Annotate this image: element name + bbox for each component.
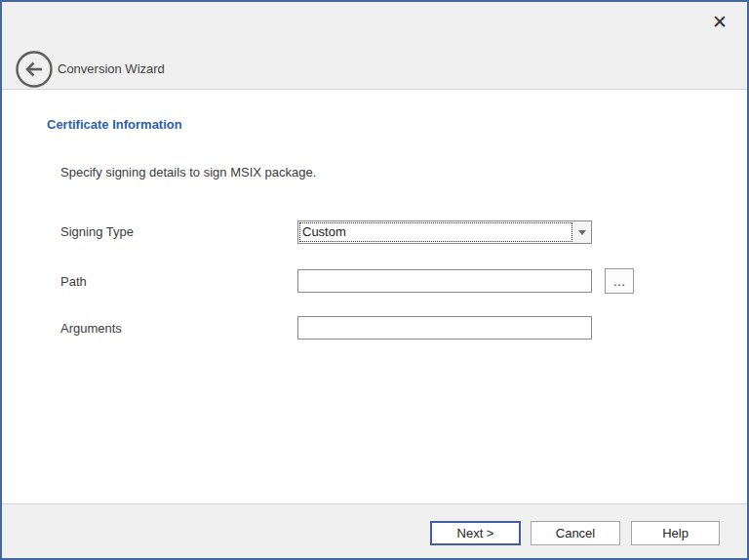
page-description: Specify signing details to sign MSIX pac… (60, 165, 316, 180)
signing-type-value: Custom (298, 221, 573, 243)
wizard-title: Conversion Wizard (58, 61, 165, 76)
next-button[interactable]: Next > (430, 521, 521, 545)
signing-type-combobox[interactable]: Custom (297, 220, 592, 244)
back-button[interactable] (15, 50, 54, 89)
wizard-header: ✕ Conversion Wizard (2, 2, 747, 90)
page-title: Certificate Information (47, 117, 182, 132)
browse-button[interactable]: … (605, 268, 634, 294)
chevron-down-icon (578, 230, 586, 235)
close-icon[interactable]: ✕ (706, 8, 733, 35)
signing-type-label: Signing Type (60, 220, 134, 244)
path-input[interactable] (297, 269, 592, 293)
help-button[interactable]: Help (631, 521, 720, 545)
wizard-footer: Next > Cancel Help (2, 503, 747, 558)
path-label: Path (60, 270, 87, 294)
arguments-label: Arguments (60, 317, 122, 340)
back-arrow-icon (15, 75, 54, 92)
signing-type-dropdown-button[interactable] (573, 221, 591, 243)
arguments-input[interactable] (297, 316, 592, 340)
cancel-button[interactable]: Cancel (531, 521, 620, 545)
wizard-page-content (2, 91, 747, 503)
conversion-wizard-dialog: ✕ Conversion Wizard Certificate Informat… (0, 0, 749, 560)
